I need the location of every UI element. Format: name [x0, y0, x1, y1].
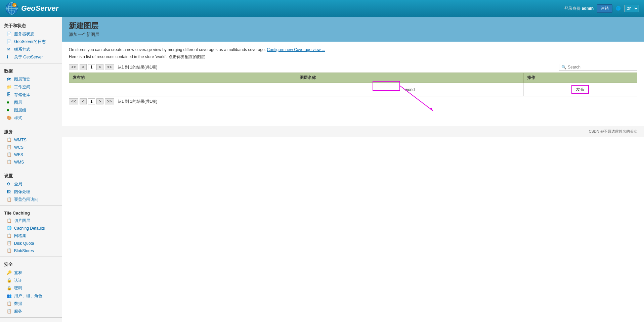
security-data-icon: 📋: [7, 301, 12, 307]
content-area: On stores you can also create a new cove…: [62, 42, 644, 126]
sidebar-item-wmts[interactable]: 📋 WMTS: [0, 136, 62, 144]
server-status-icon: 📄: [7, 32, 12, 37]
sidebar-item-coverage-access[interactable]: 📋 覆盖范围访问: [0, 196, 62, 203]
next-page-button[interactable]: >: [96, 64, 103, 70]
workspaces-icon: 📁: [7, 85, 12, 90]
publish-button[interactable]: 发布: [571, 85, 589, 94]
users-icon: 👥: [7, 293, 12, 299]
tile-layers-icon: 📋: [7, 218, 12, 224]
caching-defaults-icon: 🌐: [7, 226, 12, 231]
sidebar-item-wfs[interactable]: 📋 WFS: [0, 151, 62, 158]
logo-area: G GeoServer: [5, 2, 58, 15]
sidebar-item-security-services[interactable]: 📋 服务: [0, 308, 62, 315]
sidebar-item-credentials[interactable]: 🔒 认证: [0, 277, 62, 284]
resources-table: 发布的 图层名称 操作 world 发布: [69, 73, 637, 96]
sidebar-item-authentication[interactable]: 🔑 鉴权: [0, 269, 62, 277]
cell-name: world: [296, 83, 523, 96]
page-subtitle: 添加一个新图层: [69, 32, 637, 38]
sidebar-item-contact[interactable]: ✉ 联系方式: [0, 46, 62, 53]
logo-icon: G: [5, 2, 18, 15]
col-header-published: 发布的: [69, 73, 296, 83]
sidebar-item-image-processing[interactable]: 🖼 图像处理: [0, 188, 62, 196]
logout-button[interactable]: 注销: [597, 4, 612, 13]
table-controls-bottom: << < 1 > >> 从1 到 1的结果(共1项): [69, 98, 637, 104]
first-page-button[interactable]: <<: [69, 64, 78, 70]
cell-published: [69, 83, 296, 96]
sidebar-section-settings: 设置: [0, 170, 62, 180]
sidebar-item-layergroups[interactable]: ■ 图层组: [0, 106, 62, 114]
page-title: 新建图层: [69, 21, 637, 31]
layers-icon: ■: [7, 100, 12, 105]
header-right: 登录身份 admin 注销 🌐 zh en: [564, 4, 639, 13]
search-icon: 🔍: [561, 65, 566, 70]
table-row: world 发布: [69, 83, 637, 96]
svg-text:G: G: [14, 4, 16, 7]
sidebar-item-layer-preview[interactable]: 🗺 图层预览: [0, 76, 62, 83]
info-text-2: Here is a list of resources contained in…: [69, 54, 637, 60]
gridsets-icon: 📋: [7, 233, 12, 239]
footer: CSDN @不愿透露姓名的美女: [62, 126, 644, 137]
configure-coverage-link[interactable]: Configure new Coverage view ...: [267, 47, 325, 52]
last-page-button[interactable]: >>: [105, 64, 114, 70]
log-icon: 📄: [7, 39, 12, 45]
sidebar-section-tile-caching: Tile Caching: [0, 208, 62, 217]
first-page-button-bottom[interactable]: <<: [69, 98, 78, 104]
sidebar-item-wms[interactable]: 📋 WMS: [0, 158, 62, 166]
page-header: 新建图层 添加一个新图层: [62, 17, 644, 42]
sidebar-item-blobstores[interactable]: 📋 BlobStores: [0, 247, 62, 255]
sidebar-item-geoserver-log[interactable]: 📄 GeoServer的日志: [0, 38, 62, 46]
sidebar-item-disk-quota[interactable]: 📋 Disk Quota: [0, 240, 62, 247]
sidebar-item-wcs[interactable]: 📋 WCS: [0, 144, 62, 151]
logo-text: GeoServer: [21, 4, 58, 13]
layout: 关于和状态 📄 服务器状态 📄 GeoServer的日志 ✉ 联系方式 ℹ 关于…: [0, 17, 644, 322]
main-content: 新建图层 添加一个新图层 On stores you can also crea…: [62, 17, 644, 322]
page-info-bottom: 从1 到 1的结果(共1项): [118, 99, 158, 104]
stores-icon: 🗄: [7, 92, 12, 98]
contact-icon: ✉: [7, 47, 12, 52]
auth-icon: 🔑: [7, 270, 12, 276]
footer-text: CSDN @不愿透露姓名的美女: [589, 129, 637, 133]
sidebar-item-stores[interactable]: 🗄 存储仓库: [0, 91, 62, 99]
wms-icon: 📋: [7, 159, 12, 165]
sidebar-item-styles[interactable]: 🎨 样式: [0, 114, 62, 122]
sidebar-item-caching-defaults[interactable]: 🌐 Caching Defaults: [0, 225, 62, 232]
sidebar-item-security-data[interactable]: 📋 数据: [0, 300, 62, 308]
sidebar-item-about-geoserver[interactable]: ℹ 关于 GeoServer: [0, 53, 62, 61]
credentials-icon: 🔒: [7, 278, 12, 283]
image-processing-icon: 🖼: [7, 189, 12, 195]
about-icon: ℹ: [7, 55, 12, 60]
sidebar-item-users-groups-roles[interactable]: 👥 用户、组、角色: [0, 292, 62, 300]
table-controls-top: << < 1 > >> 从1 到 1的结果(共1项) 🔍: [69, 64, 637, 71]
sidebar-item-layers[interactable]: ■ 图层: [0, 99, 62, 106]
sidebar-item-global[interactable]: ⚙ 全局: [0, 180, 62, 188]
sidebar-item-workspaces[interactable]: 📁 工作空间: [0, 83, 62, 91]
prev-page-button[interactable]: <: [80, 64, 87, 70]
disk-quota-icon: 📋: [7, 241, 12, 246]
coverage-access-icon: 📋: [7, 197, 12, 202]
next-page-button-bottom[interactable]: >: [96, 98, 103, 104]
search-input[interactable]: [568, 65, 635, 70]
pagination-bottom: << < 1 > >> 从1 到 1的结果(共1项): [69, 98, 157, 104]
search-box: 🔍: [559, 64, 637, 71]
header: G GeoServer 登录身份 admin 注销 🌐 zh en: [0, 0, 644, 17]
sidebar-item-server-status[interactable]: 📄 服务器状态: [0, 30, 62, 38]
last-page-button-bottom[interactable]: >>: [105, 98, 114, 104]
pagination-top: << < 1 > >> 从1 到 1的结果(共1项): [69, 64, 157, 70]
sidebar-item-passwords[interactable]: 🔒 密码: [0, 284, 62, 292]
prev-page-button-bottom[interactable]: <: [80, 98, 87, 104]
passwords-icon: 🔒: [7, 286, 12, 291]
col-header-name: 图层名称: [296, 73, 523, 83]
col-header-action: 操作: [523, 73, 637, 83]
current-page-bottom: 1: [88, 98, 95, 104]
wfs-icon: 📋: [7, 152, 12, 157]
layergroups-icon: ■: [7, 108, 12, 113]
info-text-1: On stores you can also create a new cove…: [69, 47, 637, 53]
wcs-icon: 📋: [7, 145, 12, 150]
current-page: 1: [88, 64, 95, 70]
styles-icon: 🎨: [7, 116, 12, 121]
sidebar-item-tile-layers[interactable]: 📋 切片图层: [0, 217, 62, 225]
sidebar-section-data: 数据: [0, 65, 62, 76]
sidebar-section-services: 服务: [0, 126, 62, 136]
language-selector[interactable]: zh en: [624, 5, 639, 12]
sidebar-item-gridsets[interactable]: 📋 网格集: [0, 232, 62, 240]
